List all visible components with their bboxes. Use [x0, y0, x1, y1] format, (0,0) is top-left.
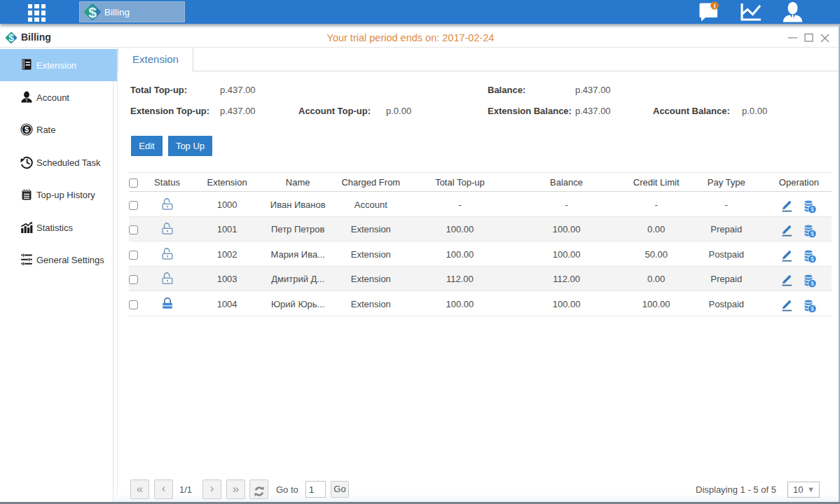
svg-text:$: $: [811, 281, 814, 288]
svg-text:$: $: [811, 305, 814, 312]
svg-text:$: $: [811, 231, 814, 238]
svg-text:!: !: [713, 2, 715, 10]
svg-text:$: $: [88, 4, 97, 20]
svg-text:$: $: [811, 255, 814, 262]
svg-text:$: $: [811, 206, 814, 213]
svg-text:$: $: [25, 125, 29, 134]
